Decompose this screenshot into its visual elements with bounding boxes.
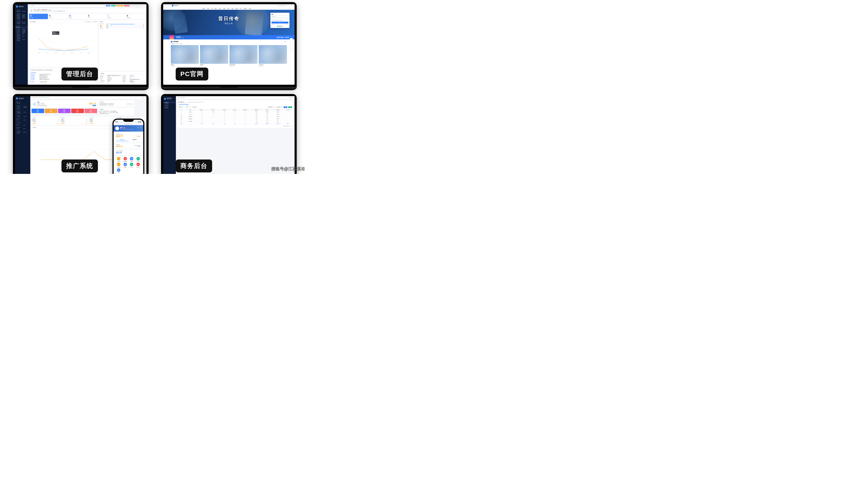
- line-chart-card: 近7天注册数据 ● 新增用户● 充值金额: [29, 20, 98, 67]
- action-button[interactable]: ◆我的福利: [116, 157, 122, 162]
- login-popup: 登录 ● 我已阅读并同意服务条款和隐私政策 登录 忘记密码立即注册: [270, 13, 289, 28]
- tab[interactable]: 我的收益: [116, 138, 128, 141]
- svg-text:03/17: 03/17: [38, 53, 40, 54]
- date-input[interactable]: 日结束时间: [276, 106, 283, 108]
- action-button[interactable]: ◈首充送: [32, 109, 44, 113]
- top-right-links[interactable]: ● APP下载 登录 | 注册: [278, 5, 286, 6]
- action-button[interactable]: ◆首充优惠: [116, 163, 122, 167]
- search-button[interactable]: 搜索: [283, 106, 287, 108]
- table-row[interactable]: 250100000003010000.000.000.00%: [179, 118, 292, 120]
- nav-group[interactable]: ◎ 游戏管理: [15, 12, 28, 14]
- withdraw-button[interactable]: 提现: [93, 105, 96, 106]
- user-label[interactable]: 欢迎，admin: [140, 5, 145, 6]
- date-input[interactable]: 日开始时间: [268, 106, 275, 108]
- user-label[interactable]: vlsdkcms: [142, 97, 145, 98]
- laptop-label: 推广系统: [61, 160, 98, 172]
- section-icon: [171, 41, 173, 42]
- password-input[interactable]: [272, 18, 288, 20]
- user-label[interactable]: BBB_hotkid: [289, 97, 293, 98]
- action-button[interactable]: ◈二级推广: [58, 109, 71, 113]
- search-icon[interactable]: [29, 5, 30, 6]
- action-button[interactable]: ◆代金券发放: [123, 157, 128, 162]
- svg-text:03/18: 03/18: [46, 53, 49, 54]
- svg-text:03/22: 03/22: [80, 53, 82, 54]
- hero-banner[interactable]: 昔日传奇现已上线 登录 ● 我已阅读并同意服务条款和隐私政策 登录 忘记密码立即…: [163, 10, 294, 35]
- avatar-icon: ◐: [33, 102, 36, 106]
- greeting-card: ◐ 您好，vlsdkcms（超级管理员） 【修改】 上次登录时间：2022-03…: [29, 8, 145, 13]
- laptop-label: 管理后台: [61, 68, 98, 80]
- action-button[interactable]: ◈特权推广: [71, 109, 84, 113]
- action-button[interactable]: ◆签到: [116, 168, 122, 173]
- right-stats-card: 新增用户 2022-03-23 6 新增用户 打开率77%登录率4%付费率0%登…: [99, 20, 145, 71]
- action-button[interactable]: ◆会员代充: [129, 163, 134, 167]
- svg-text:03/19: 03/19: [55, 53, 57, 54]
- status-time: 19:22: [115, 121, 118, 123]
- nav-group[interactable]: ◎ 云游戏管理: [15, 20, 28, 22]
- login-button[interactable]: 登录: [272, 22, 288, 24]
- float-tools[interactable]: [290, 38, 293, 52]
- game-card[interactable]: 御仙神传生存探索 四选其一: [200, 45, 228, 66]
- table-row[interactable]: 254100000002510000.000.000.00%: [179, 116, 292, 118]
- watermark: 搜狐号@江苏溪谷: [271, 166, 305, 172]
- add-task-button[interactable]: 新增任务事项: [30, 72, 37, 73]
- sys-info-card: ✎ 系统信息 软件名称米迪游戏/手游联运系统发行企业V7.0运行环境2022-0…: [99, 72, 145, 84]
- game-card[interactable]: 《海外SDK》生存探索 四选其一: [259, 45, 287, 66]
- game-card[interactable]: 剑(无SDK源码)生存探索 四选其一: [229, 45, 258, 66]
- sub-tab[interactable]: 按渠道查看下级渠道数据: [179, 104, 189, 105]
- pagination[interactable]: 共5条 每页显示 15 ▾ ‹ 1 ›: [179, 125, 292, 127]
- svg-text:03/23: 03/23: [88, 53, 90, 54]
- nav-item[interactable]: 概览看板: [17, 11, 22, 12]
- laptop-label: 商务后台: [176, 160, 212, 172]
- svg-text:03/20: 03/20: [63, 53, 65, 54]
- nav-group[interactable]: ◎ 运营概览: [15, 9, 28, 11]
- laptop-label: PC官网: [176, 68, 208, 80]
- msg-icon[interactable]: [137, 126, 139, 128]
- table-row[interactable]: 281yyd123456010000.000.000.00%: [179, 120, 292, 123]
- topbar: 总控制台 > ● APP站 ● 公众号 ● 微信群中心 ● 帮助下载 欢迎，ad…: [28, 4, 147, 7]
- select[interactable]: — 全部 —: [185, 106, 191, 108]
- tab[interactable]: 总控制台: [31, 5, 35, 6]
- chip[interactable]: ● APP站: [106, 5, 111, 6]
- stat-row: 17用户人数 6付费人数 15付费金额 3订单数 1充值金额 0新增游戏: [29, 14, 145, 19]
- table-row[interactable]: 1vlsdkcms2901000100890878.7318163.0234.4…: [179, 111, 292, 113]
- select[interactable]: 渠道名: [179, 106, 184, 108]
- nav-group[interactable]: ◎ 运营管理: [15, 24, 28, 26]
- avatar-icon[interactable]: [115, 126, 119, 130]
- select[interactable]: 二级渠道: [192, 106, 198, 108]
- action-button[interactable]: ◆扶持管理: [129, 157, 134, 162]
- tab[interactable]: 我的支出: [128, 138, 141, 141]
- gear-icon[interactable]: [140, 126, 142, 128]
- action-button[interactable]: ◆升级预告: [123, 163, 128, 167]
- data-table: ID渠道新增用户↓活跃用户↓付费用户↓注册率↓新增付费↑新增付费↑总付费↓总付费…: [179, 109, 292, 125]
- game-icon[interactable]: [169, 35, 174, 39]
- game-card[interactable]: 热血战纪生存探索 四选其一: [171, 45, 199, 66]
- action-button[interactable]: ◆数据分析: [135, 163, 141, 167]
- notice-card: ✎ 游戏动态 vlp系统，还有联合请申请，上线下线问题请报… vlp系统，还有后…: [98, 108, 134, 116]
- biz-table-card: ◧ 数据汇总 提示：数据每整点更新，历史趋势可延长统计时间。 按渠道查看下级渠道…: [177, 100, 293, 128]
- brand: 溪谷软件: [15, 5, 28, 9]
- username-input[interactable]: [272, 15, 288, 17]
- breadcrumb: 数据汇总 > 数据概览: [177, 97, 185, 98]
- action-button[interactable]: ◈中级推广: [45, 109, 57, 113]
- sub-info-bar: 海外仙缘热血传奇｜3.0｜WuM 游戏SDK+源码包 游戏下载: [163, 35, 294, 39]
- brand[interactable]: 溪谷软件: [172, 5, 179, 6]
- action-button[interactable]: ◆折扣充值: [135, 157, 141, 162]
- avatar-icon: ◐: [30, 9, 33, 12]
- table-row[interactable]: 112yangji221210.020.0250.00%: [179, 113, 292, 116]
- top-icons[interactable]: [130, 5, 140, 6]
- notice-card: ✎ 平台动态 vlp系统能安装使用吗？月几名额已使用2022-03-22 09:…: [98, 100, 134, 107]
- export-button[interactable]: 导出: [288, 106, 292, 108]
- url-bar[interactable]: qj.vlsdk.com: [126, 124, 131, 125]
- profile-card: ◐ 溪谷 账号ID：10000727 推广账户：vlsdkcms 等级：初级 申…: [32, 100, 97, 107]
- tooltip: 03/17新增用户：7充值金额：99.70: [52, 31, 60, 35]
- apply-button[interactable]: 申请: [137, 145, 141, 148]
- main-nav[interactable]: 首页手游H5页游礼包开服资讯充值商城VIP公测表开放……: [163, 7, 294, 10]
- svg-text:03/21: 03/21: [71, 53, 73, 54]
- phone-mockup: 19:22▮▮ ⇆ ▯ Aaqj.vlsdk.com↻ 溪谷热销 账号：vlsd…: [113, 119, 144, 174]
- breadcrumb: 38,219,188,002 登录时间：2022-03-22 14:14:38: [32, 97, 50, 98]
- nav-item[interactable]: 数据看板: [22, 11, 27, 12]
- action-button[interactable]: ◈下级推送: [85, 109, 97, 113]
- withdraw-button[interactable]: 提现: [136, 135, 141, 137]
